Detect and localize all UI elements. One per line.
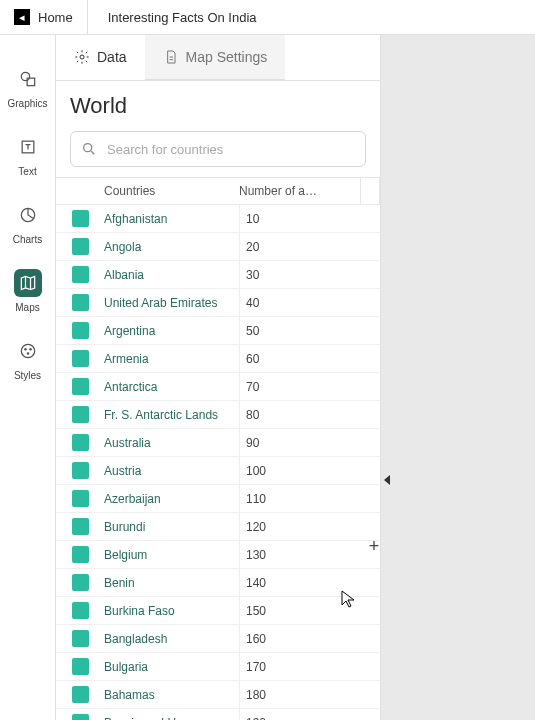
country-cell[interactable]: United Arab Emirates xyxy=(104,296,239,310)
country-cell[interactable]: Austria xyxy=(104,464,239,478)
value-cell[interactable]: 130 xyxy=(239,541,380,568)
col-value[interactable]: Number of a… xyxy=(239,184,360,198)
value-cell[interactable]: 140 xyxy=(239,569,380,596)
value-cell[interactable]: 160 xyxy=(239,625,380,652)
rail-item-graphics[interactable]: Graphics xyxy=(0,53,55,121)
country-cell[interactable]: Fr. S. Antarctic Lands xyxy=(104,408,239,422)
color-swatch[interactable] xyxy=(72,490,89,507)
canvas-area[interactable]: + xyxy=(381,35,535,720)
color-swatch[interactable] xyxy=(72,574,89,591)
color-swatch[interactable] xyxy=(72,294,89,311)
color-swatch[interactable] xyxy=(72,350,89,367)
value-cell[interactable]: 70 xyxy=(239,373,380,400)
value-cell[interactable]: 40 xyxy=(239,289,380,316)
value-cell[interactable]: 180 xyxy=(239,681,380,708)
value-cell[interactable]: 170 xyxy=(239,653,380,680)
color-swatch[interactable] xyxy=(72,658,89,675)
country-cell[interactable]: Bosnia and Herz. xyxy=(104,716,239,721)
color-swatch[interactable] xyxy=(72,546,89,563)
table-row[interactable]: Benin140 xyxy=(56,569,380,597)
table-row[interactable]: Albania30 xyxy=(56,261,380,289)
country-cell[interactable]: Albania xyxy=(104,268,239,282)
table-row[interactable]: Belgium130 xyxy=(56,541,380,569)
table-row[interactable]: Austria100 xyxy=(56,457,380,485)
table-row[interactable]: Azerbaijan110 xyxy=(56,485,380,513)
value-cell[interactable]: 100 xyxy=(239,457,380,484)
country-cell[interactable]: Angola xyxy=(104,240,239,254)
collapse-panel-button[interactable] xyxy=(380,465,394,495)
gear-icon xyxy=(74,49,90,65)
left-rail: Graphics Text Charts Maps Styles xyxy=(0,35,56,720)
rail-item-charts[interactable]: Charts xyxy=(0,189,55,257)
rail-item-maps[interactable]: Maps xyxy=(0,257,55,325)
table-header: Countries Number of a… xyxy=(56,177,380,205)
country-cell[interactable]: Belgium xyxy=(104,548,239,562)
table-row[interactable]: Argentina50 xyxy=(56,317,380,345)
value-cell[interactable]: 110 xyxy=(239,485,380,512)
tab-map-settings[interactable]: Map Settings xyxy=(145,35,286,80)
col-countries[interactable]: Countries xyxy=(104,184,239,198)
table-row[interactable]: Burkina Faso150 xyxy=(56,597,380,625)
table-row[interactable]: Australia90 xyxy=(56,429,380,457)
table-row[interactable]: Bulgaria170 xyxy=(56,653,380,681)
color-swatch[interactable] xyxy=(72,322,89,339)
value-cell[interactable]: 80 xyxy=(239,401,380,428)
value-cell[interactable]: 120 xyxy=(239,513,380,540)
value-cell[interactable]: 190 xyxy=(239,709,380,720)
country-cell[interactable]: Australia xyxy=(104,436,239,450)
color-swatch[interactable] xyxy=(72,462,89,479)
color-swatch[interactable] xyxy=(72,434,89,451)
rail-label-graphics: Graphics xyxy=(7,98,47,109)
home-label: Home xyxy=(38,10,73,25)
value-cell[interactable]: 10 xyxy=(239,205,380,232)
country-cell[interactable]: Armenia xyxy=(104,352,239,366)
color-swatch[interactable] xyxy=(72,686,89,703)
table-row[interactable]: Bangladesh160 xyxy=(56,625,380,653)
table-row[interactable]: Antarctica70 xyxy=(56,373,380,401)
value-cell[interactable]: 50 xyxy=(239,317,380,344)
country-cell[interactable]: Burkina Faso xyxy=(104,604,239,618)
color-swatch[interactable] xyxy=(72,406,89,423)
country-cell[interactable]: Bulgaria xyxy=(104,660,239,674)
project-title: Interesting Facts On India xyxy=(88,10,277,25)
country-cell[interactable]: Bangladesh xyxy=(104,632,239,646)
country-cell[interactable]: Burundi xyxy=(104,520,239,534)
search-wrap[interactable] xyxy=(70,131,366,167)
color-swatch[interactable] xyxy=(72,714,89,720)
table-row[interactable]: Bahamas180 xyxy=(56,681,380,709)
country-cell[interactable]: Benin xyxy=(104,576,239,590)
value-cell[interactable]: 60 xyxy=(239,345,380,372)
table-row[interactable]: Burundi120 xyxy=(56,513,380,541)
value-cell[interactable]: 150 xyxy=(239,597,380,624)
table-body[interactable]: Afghanistan10Angola20Albania30United Ara… xyxy=(56,205,380,720)
rail-item-text[interactable]: Text xyxy=(0,121,55,189)
svg-point-8 xyxy=(80,55,84,59)
table-row[interactable]: Angola20 xyxy=(56,233,380,261)
color-swatch[interactable] xyxy=(72,266,89,283)
value-cell[interactable]: 30 xyxy=(239,261,380,288)
country-cell[interactable]: Antarctica xyxy=(104,380,239,394)
add-button[interactable]: + xyxy=(363,535,385,557)
color-swatch[interactable] xyxy=(72,630,89,647)
search-input[interactable] xyxy=(107,142,355,157)
country-cell[interactable]: Afghanistan xyxy=(104,212,239,226)
color-swatch[interactable] xyxy=(72,518,89,535)
table-row[interactable]: Fr. S. Antarctic Lands80 xyxy=(56,401,380,429)
rail-item-styles[interactable]: Styles xyxy=(0,325,55,393)
country-cell[interactable]: Bahamas xyxy=(104,688,239,702)
table-row[interactable]: United Arab Emirates40 xyxy=(56,289,380,317)
value-cell[interactable]: 20 xyxy=(239,233,380,260)
country-cell[interactable]: Azerbaijan xyxy=(104,492,239,506)
color-swatch[interactable] xyxy=(72,210,89,227)
color-swatch[interactable] xyxy=(72,238,89,255)
table-row[interactable]: Afghanistan10 xyxy=(56,205,380,233)
color-swatch[interactable] xyxy=(72,378,89,395)
country-cell[interactable]: Argentina xyxy=(104,324,239,338)
color-swatch[interactable] xyxy=(72,602,89,619)
table-row[interactable]: Bosnia and Herz.190 xyxy=(56,709,380,720)
value-cell[interactable]: 90 xyxy=(239,429,380,456)
home-button[interactable]: ◂ Home xyxy=(0,0,88,34)
tab-data[interactable]: Data xyxy=(56,35,145,80)
maps-icon xyxy=(14,269,42,297)
table-row[interactable]: Armenia60 xyxy=(56,345,380,373)
